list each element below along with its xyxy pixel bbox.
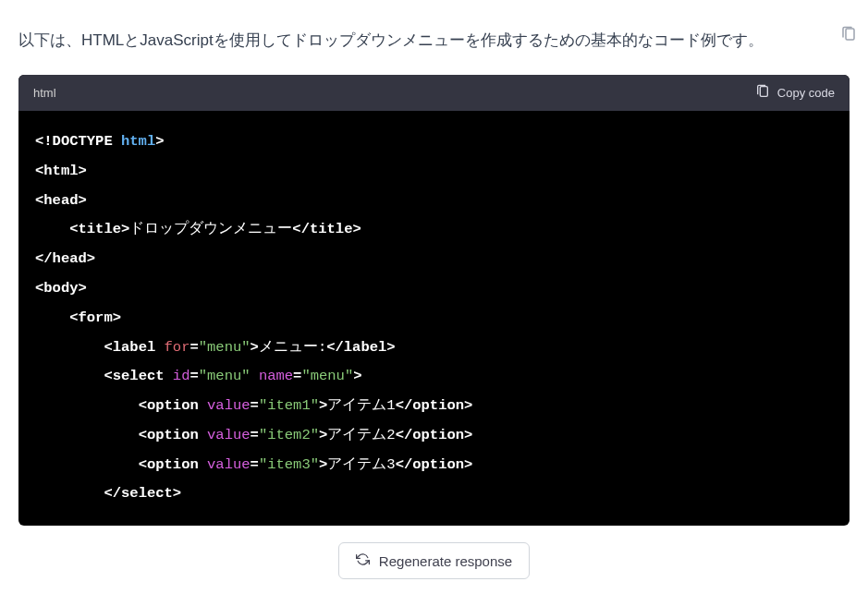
code-token: </head> [35, 250, 95, 267]
code-body: <!DOCTYPE html> <html> <head> <title>ドロッ… [18, 111, 850, 526]
code-token: <title> [69, 221, 129, 237]
code-token: > [319, 427, 327, 443]
clipboard-icon [755, 84, 770, 102]
code-token: html [113, 133, 156, 150]
code-token: アイテム1 [327, 397, 395, 414]
code-token: <option [139, 456, 199, 473]
code-token: > [319, 397, 327, 414]
clipboard-side-icon[interactable] [840, 26, 857, 42]
code-block: html Copy code <!DOCTYPE html> <html> <h… [18, 75, 850, 526]
regen-bar: Regenerate response [0, 527, 868, 594]
code-token: </label> [326, 339, 395, 356]
code-token: > [353, 368, 361, 384]
copy-code-label: Copy code [777, 86, 835, 100]
code-token: </select> [104, 485, 181, 502]
code-token: <!DOCTYPE [35, 133, 113, 150]
code-token: "item3" [259, 456, 319, 473]
code-token: "menu" [199, 368, 251, 384]
code-token: <option [139, 397, 199, 414]
code-token: "item1" [259, 397, 319, 414]
code-token: <label [104, 339, 155, 356]
code-token: <option [139, 427, 199, 443]
code-header: html Copy code [18, 75, 850, 111]
regenerate-button[interactable]: Regenerate response [338, 542, 530, 579]
code-token: "menu" [301, 368, 353, 384]
code-token: <form> [69, 309, 121, 326]
language-label: html [33, 86, 56, 100]
code-token: </option> [396, 397, 473, 414]
svg-rect-1 [760, 87, 767, 97]
code-token: = [189, 339, 198, 356]
code-token: id [165, 368, 190, 384]
code-token: </option> [396, 427, 473, 443]
code-token: > [155, 133, 164, 150]
code-token: > [251, 339, 259, 356]
code-token: for [155, 339, 189, 356]
code-token: <head> [35, 192, 87, 209]
code-token: メニュー: [259, 339, 326, 356]
regenerate-label: Regenerate response [379, 553, 512, 569]
code-token: > [319, 456, 327, 473]
code-token: ドロップダウンメニュー [129, 221, 292, 237]
code-token: アイテム2 [327, 427, 395, 443]
refresh-icon [356, 552, 370, 569]
code-token: name [251, 368, 294, 384]
code-token: <select [104, 368, 164, 384]
copy-code-button[interactable]: Copy code [755, 84, 835, 102]
code-token: <html> [35, 163, 87, 179]
code-token: </option> [396, 456, 473, 473]
svg-rect-0 [846, 29, 854, 40]
code-token: アイテム3 [327, 456, 395, 473]
code-token: "menu" [199, 339, 251, 356]
code-token: value [199, 397, 251, 414]
intro-text: 以下は、HTMLとJavaScriptを使用してドロップダウンメニューを作成する… [18, 0, 850, 75]
code-token: value [199, 456, 251, 473]
code-token: </title> [292, 221, 361, 237]
code-token: "item2" [259, 427, 319, 443]
code-token: value [199, 427, 251, 443]
code-token: <body> [35, 280, 87, 297]
